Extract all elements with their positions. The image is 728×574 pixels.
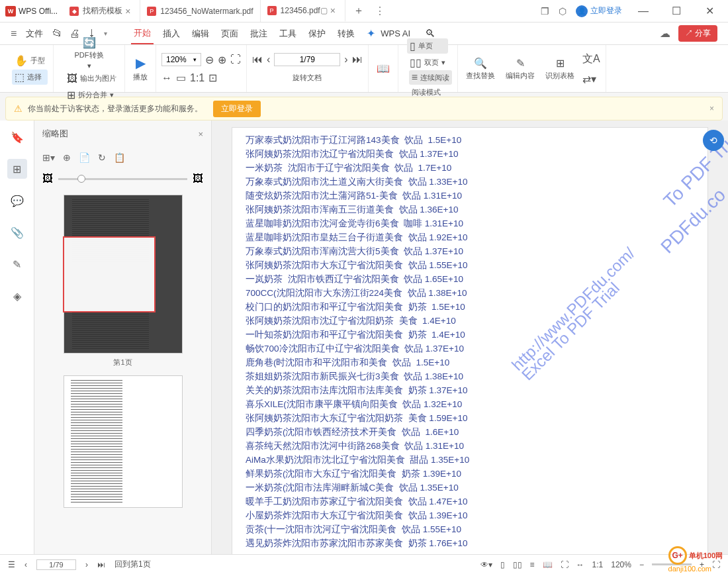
fit-icon[interactable]: ⛶ [561,560,569,569]
maximize-button[interactable]: ☐ [664,1,688,21]
slider-handle[interactable] [77,175,85,183]
copy-icon[interactable]: 📋 [114,152,125,163]
avatar-icon: 👤 [576,5,588,17]
select-tool-button[interactable]: ⬚选择 [12,70,48,85]
grid-icon[interactable]: ⊞▾ [42,152,55,163]
zoom-out-icon[interactable]: ⊖ [205,54,214,66]
translate-icon[interactable]: 文A [582,52,600,66]
menu-protect[interactable]: 保护 [306,24,328,44]
tab-menu-icon[interactable]: ⋮ [375,5,385,17]
toc-icon[interactable]: ☰ [8,560,15,569]
tab-123456[interactable]: P 123456.pdf ▢ × [261,0,345,22]
tab-nowatermark[interactable]: P 123456_NoWatermark.pdf [140,0,260,22]
close-button[interactable]: ✕ [698,1,721,21]
page-viewer[interactable]: To PDF Trial PDFdu.co http://www.PDFdu.c… [212,120,728,574]
text-row: 四季奶茶(沈阳市铁西经济技术开美食 饮品 1.6E+10 [246,425,694,439]
close-icon[interactable]: × [709,104,714,113]
popout-icon[interactable]: ▢ [320,6,328,15]
menu-annotate[interactable]: 批注 [248,24,270,44]
signature-icon[interactable]: ✎ [7,254,27,274]
detect-table-button[interactable]: ⊞识别表格 [543,56,577,82]
layers-icon[interactable]: ◈ [7,286,27,306]
add-tab-button[interactable]: ＋ [345,4,372,18]
split-merge-button[interactable]: ⊞拆分合并 ▾ [64,87,119,103]
image-large-icon[interactable]: 🖼 [193,173,203,185]
search-icon[interactable]: 🔍︎ [425,28,435,40]
close-icon[interactable]: × [122,6,133,17]
next-page-icon[interactable]: › [344,54,347,66]
pdf-convert-button[interactable]: 🔄PDF转换 ▾ [72,35,107,72]
status-page-input[interactable]: 1/79 [36,559,76,570]
menu-convert[interactable]: 转换 [335,24,357,44]
layout-single-icon[interactable]: ▯ [500,560,505,569]
rotate-icon[interactable]: ↻ [98,152,106,163]
export-image-button[interactable]: 🖼输出为图片 [64,72,119,86]
attachment-icon[interactable]: 📎 [7,222,27,242]
last-page-icon[interactable]: ⏭ [352,54,363,66]
extract-icon[interactable]: 📄 [79,152,90,163]
add-page-icon[interactable]: ⊕ [63,152,71,163]
comment-icon[interactable]: 💬 [7,191,27,211]
fit-icon[interactable]: ⛶ [230,54,241,66]
float-convert-button[interactable]: ⟲ [703,130,724,151]
double-page-button[interactable]: ▯▯双页 ▾ [407,55,448,70]
thumb-item-1[interactable]: 第1页 [40,195,206,367]
app-logo[interactable]: W WPS Offi... [0,0,63,22]
minimize-button[interactable]: — [631,1,655,21]
hand-tool-button[interactable]: ✋手型 [12,53,48,68]
layout-book-icon[interactable]: 📖 [543,560,553,569]
bookmark-icon[interactable]: 🔖 [7,127,27,147]
image-icon[interactable]: 🖼 [42,173,53,185]
layout-continuous-icon[interactable]: ≡ [530,560,535,569]
tab-templates[interactable]: ◆ 找稻壳模板 × [63,0,140,22]
file-menu[interactable]: 文件 [23,24,46,44]
menu-page[interactable]: 页面 [218,24,241,44]
thumb-slider[interactable] [58,178,187,180]
page-input[interactable]: 1/79 [274,53,340,66]
fit-width-icon[interactable]: ↔ [161,72,172,84]
prev-icon[interactable]: ‹ [24,560,27,569]
login-button[interactable]: 👤 立即登录 [576,5,622,17]
menu-start[interactable]: 开始 [131,23,154,44]
edit-content-button[interactable]: ✎编辑内容 [503,56,537,82]
zoom-in-icon[interactable]: ⊕ [218,54,226,66]
status-zoom[interactable]: 120% [611,560,631,569]
layout-double-icon[interactable]: ▯▯ [513,560,522,569]
alert-login-button[interactable]: 立即登录 [213,101,261,117]
more-icon[interactable]: ⇄▾ [582,73,600,85]
read-mode-button[interactable]: 阅读模式 [409,86,452,99]
zoom-select[interactable]: 120%▾ [161,53,201,66]
thumb-item-2[interactable] [40,375,206,508]
back-first-button[interactable]: 回到第1页 [114,559,151,570]
share-button[interactable]: ↗ 分享 [678,25,717,42]
prev-page-icon[interactable]: ‹ [267,54,270,66]
single-page-button[interactable]: ▯单页 [407,38,448,54]
play-button[interactable]: ▶播放 [130,54,150,83]
view-icon[interactable]: 👁▾ [480,560,492,569]
first-page-icon[interactable]: ⏮ [252,54,263,66]
thumbnail-icon[interactable]: ⊞ [7,159,27,179]
cube-icon[interactable]: ⬡ [559,6,567,17]
menu-tools[interactable]: 工具 [277,24,299,44]
continuous-button[interactable]: ≡连续阅读 [409,70,452,85]
zoom-out-icon[interactable]: − [639,560,644,569]
hamburger-icon[interactable]: ≡ [11,28,17,40]
next-icon[interactable]: › [85,560,88,569]
last-icon[interactable]: ⏭ [97,560,105,569]
open-icon[interactable]: 📂︎ [52,28,63,40]
menu-insert[interactable]: 插入 [160,24,183,44]
actual-size-icon[interactable]: 1:1 [190,72,205,84]
cloud-upload-icon[interactable]: ☁ [660,27,670,40]
rotate-button[interactable]: 旋转文档 [252,72,363,84]
fit-width-icon[interactable]: ↔ [576,560,584,569]
zoom-area-icon[interactable]: ⊡ [208,72,217,84]
fit-page-icon[interactable]: ▭ [176,72,186,84]
close-icon[interactable]: × [198,129,203,139]
actual-icon[interactable]: 1:1 [592,560,604,569]
window-copy-icon[interactable]: ❐ [541,6,549,17]
close-icon[interactable]: × [328,5,338,16]
find-replace-button[interactable]: 🔍查找替换 [463,56,498,82]
menu-edit[interactable]: 编辑 [189,24,212,44]
wps-ai-button[interactable]: ✦ WPS AI [367,24,413,42]
book-view-button[interactable]: 📖 [374,61,392,76]
